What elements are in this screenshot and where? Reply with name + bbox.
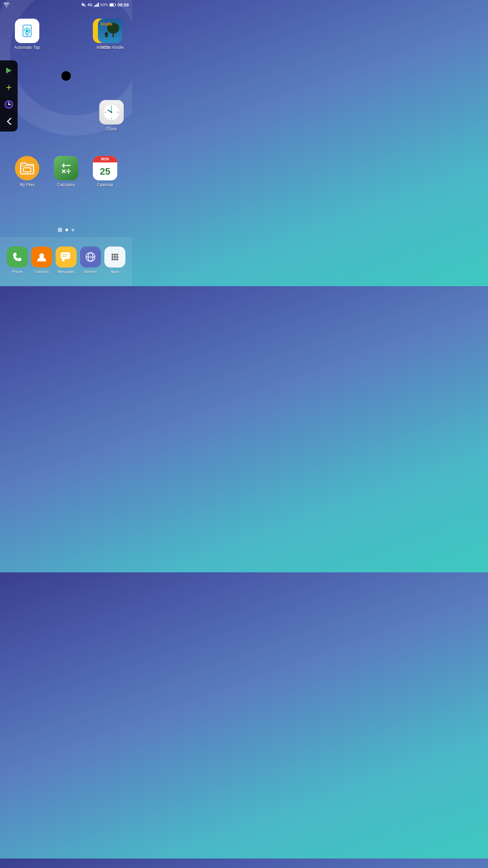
svg-rect-16 (113, 32, 114, 37)
app-label-kindle: Amazon Kindle (96, 45, 124, 50)
dock-internet[interactable]: Internet (80, 246, 101, 274)
svg-point-40 (68, 169, 69, 170)
svg-point-42 (39, 253, 44, 258)
page-dot-1 (65, 229, 68, 231)
page-dot-2 (72, 229, 74, 231)
svg-rect-4 (98, 3, 99, 7)
svg-rect-1 (94, 6, 95, 7)
app-label-clock: Clock (106, 126, 117, 131)
dock-label-messages: Messages (58, 270, 75, 274)
mute-icon (81, 2, 86, 7)
tap-indicator-dot (61, 71, 71, 81)
dock-phone[interactable]: Phone (7, 246, 28, 274)
toolbar-history-btn[interactable] (3, 98, 15, 111)
app-icon-autotap (15, 19, 39, 43)
app-slot-empty (47, 19, 85, 50)
svg-rect-6 (115, 4, 116, 5)
app-label-myfiles: My Files (20, 182, 35, 187)
calendar-date: 25 (100, 162, 110, 180)
status-right: 4G 63% 08:59 (81, 2, 129, 7)
svg-point-32 (111, 112, 113, 113)
app-clock[interactable]: Clock (99, 100, 124, 131)
dock: Phone Contacts Messages (0, 237, 132, 286)
svg-rect-33 (23, 168, 31, 172)
svg-point-41 (68, 172, 69, 174)
svg-point-17 (105, 32, 108, 36)
calendar-day: MON (93, 156, 117, 162)
dock-label-phone: Phone (12, 270, 23, 274)
svg-rect-43 (61, 252, 70, 259)
dock-icon-contacts (31, 246, 52, 268)
svg-marker-19 (6, 67, 12, 74)
app-calendar[interactable]: MON 25 Calendar (86, 156, 124, 187)
svg-rect-13 (25, 35, 29, 35)
signal-icon (94, 3, 99, 7)
app-label-autotap: Automatic Tap (14, 45, 40, 50)
svg-point-55 (111, 256, 114, 258)
dock-label-apps: Apps (110, 270, 119, 274)
toolbar-back-btn[interactable] (3, 115, 15, 127)
dock-icon-internet (80, 246, 101, 268)
svg-point-54 (116, 254, 118, 256)
dock-apps[interactable]: Apps (104, 246, 125, 274)
dock-label-internet: Internet (84, 270, 97, 274)
svg-point-53 (114, 254, 116, 256)
svg-rect-7 (110, 4, 114, 6)
dock-icon-messages (56, 246, 77, 268)
toolbar-play-btn[interactable] (3, 64, 15, 77)
app-slot-empty-2: Calculator (47, 156, 85, 187)
app-label-calculator: Calculator (57, 182, 75, 187)
app-autotap[interactable]: Automatic Tap (8, 19, 46, 50)
status-left (3, 2, 9, 7)
app-label-calendar: Calendar (97, 182, 114, 187)
app-icon-clock (99, 100, 124, 124)
toolbar-add-btn[interactable]: + (3, 81, 15, 94)
dock-label-contacts: Contacts (34, 270, 49, 274)
app-myfiles[interactable]: My Files (8, 156, 46, 187)
svg-rect-2 (95, 5, 96, 7)
wifi-icon (3, 2, 9, 7)
svg-point-58 (111, 258, 114, 260)
page-dot-home (58, 228, 62, 232)
svg-text:kindle: kindle (101, 22, 113, 26)
clock-time: 08:59 (118, 2, 129, 7)
app-calculator[interactable]: Calculator (47, 156, 85, 187)
app-kindle[interactable]: kindle Amazon Kindle (96, 19, 124, 50)
svg-point-56 (114, 256, 116, 258)
svg-point-57 (116, 256, 118, 258)
svg-point-12 (26, 29, 28, 32)
app-icon-myfiles (15, 156, 39, 180)
page-indicators (58, 228, 74, 232)
dock-icon-phone (7, 246, 28, 268)
app-icon-calendar: MON 25 (93, 156, 117, 180)
status-bar: 4G 63% 08:59 (0, 0, 132, 9)
floating-toolbar: + (0, 60, 18, 132)
svg-rect-3 (97, 4, 98, 7)
app-icon-kindle: kindle (98, 19, 122, 43)
network-type: 4G (87, 3, 93, 7)
svg-point-52 (111, 254, 114, 256)
app-icon-calculator (54, 156, 78, 180)
dock-contacts[interactable]: Contacts (31, 246, 52, 274)
svg-point-59 (114, 258, 116, 260)
svg-point-60 (116, 258, 118, 260)
dock-messages[interactable]: Messages (56, 246, 77, 274)
battery-icon (109, 3, 116, 7)
dock-icon-apps (104, 246, 125, 268)
svg-point-24 (8, 104, 9, 105)
battery-percent: 63% (101, 3, 108, 7)
